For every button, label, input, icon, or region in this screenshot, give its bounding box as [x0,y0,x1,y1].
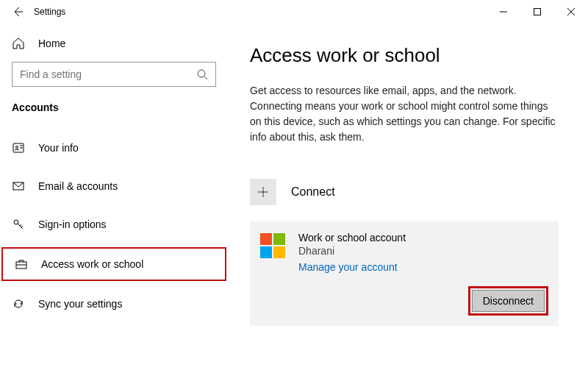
key-icon [12,218,25,231]
sidebar-item-label: Sync your settings [38,298,122,310]
sidebar-item-your-info[interactable]: Your info [0,132,228,163]
sidebar-item-label: Access work or school [41,258,143,270]
plus-icon [250,179,276,205]
sidebar-item-sync-settings[interactable]: Sync your settings [0,288,228,319]
sidebar: Home Accounts Your info [0,24,228,384]
home-icon [12,37,25,50]
window-title: Settings [34,7,65,17]
manage-account-link[interactable]: Manage your account [298,261,406,273]
search-input[interactable] [12,62,216,87]
sidebar-item-access-work-school[interactable]: Access work or school [3,249,222,280]
sidebar-item-label: Your info [38,142,79,154]
svg-rect-0 [534,9,541,15]
back-icon[interactable] [12,6,24,18]
home-label: Home [38,38,65,49]
disconnect-button[interactable]: Disconnect [472,290,545,312]
sync-icon [12,297,25,310]
main-content: Access work or school Get access to reso… [228,24,588,384]
svg-point-1 [198,70,205,77]
person-icon [12,141,25,154]
connect-button[interactable]: Connect [250,179,559,221]
page-description: Get access to resources like email, apps… [250,83,559,145]
search-field[interactable] [20,68,196,80]
section-header: Accounts [0,102,228,125]
account-card[interactable]: Work or school account Dharani Manage yo… [250,221,559,326]
account-title: Work or school account [298,232,406,243]
sidebar-item-label: Sign-in options [38,218,107,230]
titlebar: Settings [0,0,588,24]
briefcase-icon [15,257,28,271]
minimize-button[interactable] [487,0,520,24]
search-icon [196,68,208,80]
sidebar-item-label: Email & accounts [38,180,118,192]
page-title: Access work or school [250,44,559,67]
home-nav[interactable]: Home [0,32,228,62]
mail-icon [12,179,25,193]
maximize-button[interactable] [520,0,554,24]
svg-point-3 [16,146,18,149]
sidebar-item-email-accounts[interactable]: Email & accounts [0,171,228,202]
connect-label: Connect [291,185,335,199]
close-button[interactable] [554,0,588,24]
account-username: Dharani [298,245,406,257]
microsoft-logo-icon [260,233,285,258]
sidebar-item-signin-options[interactable]: Sign-in options [0,209,228,240]
